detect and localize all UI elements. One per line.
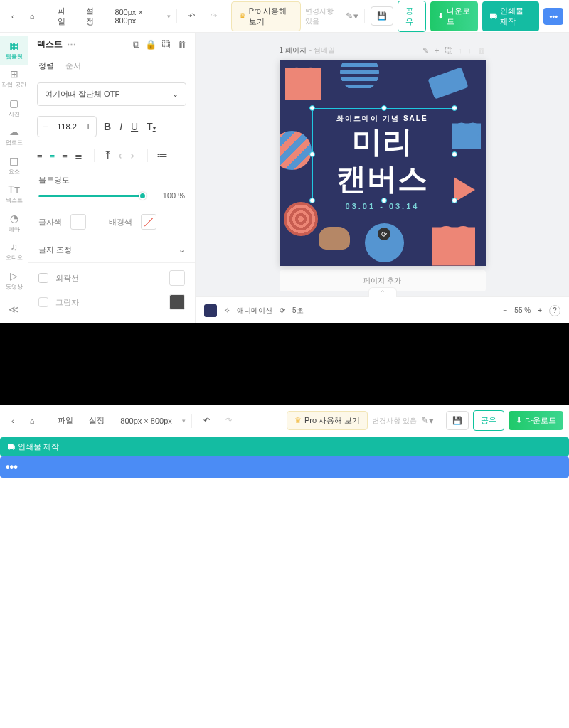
italic-button[interactable]: I [119,121,122,132]
nav-workspace[interactable]: ⊞작업 공간 [0,65,28,94]
text-color-swatch[interactable] [70,214,86,230]
zoom-out-button[interactable]: − [504,306,508,314]
valign-middle-icon[interactable]: ⟷ [118,149,134,162]
zoom-in-button[interactable]: + [538,306,542,314]
download-icon: ⬇ [516,416,522,425]
increase-button[interactable]: + [80,117,96,136]
file-menu[interactable]: 파일 [52,412,79,429]
design-canvas[interactable]: 화이트데이 기념 SALE 미리 캔버스 03.01 - 03.14 ⟳ [280,60,486,266]
list-button[interactable]: ≔ [147,149,168,162]
save-button[interactable]: 💾 [446,411,469,430]
template-icon: ▦ [9,40,18,51]
opacity-value: 100 % [154,191,185,200]
canvas-size[interactable]: 800px × 800px [109,4,163,28]
page-down-icon[interactable]: ↓ [468,46,472,55]
page-add-icon[interactable]: + [435,46,439,55]
print-button[interactable]: ⛟인쇄물 제작 [482,1,539,31]
file-menu[interactable]: 파일 [52,2,76,31]
back-icon[interactable]: ‹ [6,413,20,429]
save-status: 변경사항 있음 [305,6,342,26]
animation-icon[interactable]: ✧ [224,306,230,314]
text-icon: T⁠ᴛ [8,183,20,195]
strikethrough-button[interactable]: T▾ [147,121,156,132]
opacity-slider[interactable] [38,195,147,197]
page-up-icon[interactable]: ↑ [459,46,463,55]
nav-collapse[interactable]: ≪ [0,295,28,324]
properties-panel: 텍스트⋯ ⧉ 🔒 ⿻ 🗑 정렬순서 여기어때 잘난체 OTF⌄ − + B [28,33,196,323]
delete-icon[interactable]: 🗑 [177,39,186,50]
nav-photo[interactable]: ▢사진 [0,93,28,122]
crown-icon: ♛ [294,416,302,425]
page-number: 1 페이지 [280,46,307,55]
canvas-size[interactable]: 800px × 800px [115,413,177,429]
undo-icon[interactable]: ↶ [198,412,216,429]
page-memo-icon[interactable]: ✎ [422,46,429,55]
back-icon[interactable]: ‹ [6,9,20,24]
subtab-order[interactable]: 순서 [65,60,81,71]
page-subtitle: - 썸네일 [309,46,335,55]
copy-icon[interactable]: ⿻ [162,39,171,50]
pro-upgrade-button[interactable]: ♛Pro 사용해 보기 [287,411,368,430]
bold-button[interactable]: B [104,121,111,132]
nav-theme[interactable]: ◔테마 [0,208,28,237]
subtab-align[interactable]: 정렬 [38,60,54,71]
undo-icon[interactable]: ↶ [183,8,201,24]
save-status: 변경사항 있음 [372,416,417,426]
nav-element[interactable]: ◫요소 [0,151,28,180]
help-icon[interactable]: ? [549,305,560,316]
align-center-icon[interactable]: ≡ [50,150,55,161]
font-size-stepper[interactable]: − + [37,116,97,137]
bg-color-swatch[interactable] [141,214,156,230]
home-icon[interactable]: ⌂ [24,413,41,429]
shadow-row[interactable]: 그림자 [28,293,195,317]
duplicate-icon[interactable]: ⧉ [133,39,139,50]
decrease-button[interactable]: − [38,117,53,136]
home-icon[interactable]: ⌂ [24,9,41,24]
valign-top-icon[interactable]: ⤒ [103,149,112,162]
align-justify-icon[interactable]: ≣ [75,150,83,161]
share-button[interactable]: 공유 [473,410,504,431]
redo-icon[interactable]: ↷ [220,412,238,429]
settings-menu[interactable]: 설정 [83,412,110,429]
top-toolbar: ‹ ⌂ 파일 설정 800px × 800px ▾ ↶ ↷ ♛Pro 사용해 보… [0,0,569,33]
left-nav-rail: ▦템플릿 ⊞작업 공간 ▢사진 ☁업로드 ◫요소 T⁠ᴛ텍스트 ◔테마 ♫오디오… [0,33,28,323]
nav-audio[interactable]: ♫오디오 [0,237,28,267]
duration-icon: ⟳ [280,306,285,314]
redo-icon[interactable]: ↷ [205,8,223,24]
save-button[interactable]: 💾 [371,6,393,26]
page-copy-icon[interactable]: ⿻ [445,46,453,55]
nav-video[interactable]: ▷동영상 [0,266,28,295]
download-button[interactable]: ⬇다운로드 [430,1,478,31]
rotate-handle[interactable]: ⟳ [378,228,390,240]
cart-icon: ⛟ [489,12,497,21]
theme-icon: ◔ [10,213,18,224]
align-right-icon[interactable]: ≡ [62,150,68,161]
edit-icon[interactable]: ✎▾ [421,415,434,426]
nav-template[interactable]: ▦템플릿 [0,36,28,65]
font-size-input[interactable] [53,122,80,131]
zoom-level[interactable]: 55 % [514,306,531,314]
pro-upgrade-button[interactable]: ♛Pro 사용해 보기 [231,1,301,31]
underline-button[interactable]: U [131,121,138,132]
more-button[interactable]: ••• [543,8,563,25]
download-button[interactable]: ⬇다운로드 [509,411,563,430]
nav-upload[interactable]: ☁업로드 [0,122,28,151]
nav-text[interactable]: T⁠ᴛ텍스트 [0,180,28,209]
workspace-icon: ⊞ [10,68,18,80]
more-button[interactable]: ••• [0,456,569,478]
letter-spacing-row[interactable]: 글자 조정⌄ [28,237,195,262]
align-left-icon[interactable]: ≡ [37,150,43,161]
bg-color-swatch[interactable] [204,304,217,317]
expand-pages-button[interactable]: ⌃ [368,287,397,297]
bg-color-label: 배경색 [109,217,132,228]
font-selector[interactable]: 여기어때 잘난체 OTF⌄ [37,82,186,106]
outline-row[interactable]: 외곽선 [28,262,195,293]
settings-menu[interactable]: 설정 [80,2,105,31]
edit-icon[interactable]: ✎▾ [346,11,358,21]
animation-button[interactable]: 애니메이션 [237,306,272,316]
print-button[interactable]: ⛟인쇄물 제작 [0,437,569,456]
share-button[interactable]: 공유 [398,1,426,32]
lock-icon[interactable]: 🔒 [145,39,156,50]
page-delete-icon[interactable]: 🗑 [478,46,486,55]
duration-value[interactable]: 5초 [292,306,304,316]
